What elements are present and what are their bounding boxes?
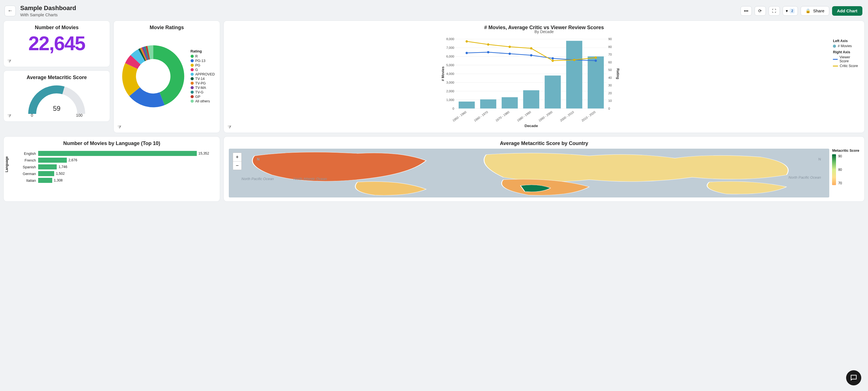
bar[interactable] (480, 99, 496, 108)
svg-text:7,000: 7,000 (446, 46, 454, 50)
legend-item[interactable]: TV-14 (191, 77, 215, 81)
data-point[interactable] (573, 59, 575, 61)
data-point[interactable] (552, 57, 554, 60)
legend-item[interactable]: G (191, 68, 215, 72)
legend-item[interactable]: PG-13 (191, 59, 215, 63)
header-right: ••• ⟳ ⛶ ▾ 2 🔒 Share Add Chart (741, 6, 862, 16)
hbar-card: Number of Movies by Language (Top 10) La… (3, 136, 220, 202)
data-point[interactable] (465, 52, 468, 54)
data-point[interactable] (530, 54, 532, 56)
swatch-icon (191, 55, 194, 58)
share-button[interactable]: 🔒 Share (801, 6, 829, 16)
legend-item[interactable]: TV-G (191, 90, 215, 94)
map-card: Average Metacritic Score by Country + − … (223, 136, 865, 202)
right-axis-header: Right Axis (833, 50, 859, 54)
data-point[interactable] (552, 60, 554, 62)
swatch-icon (191, 77, 194, 80)
data-point[interactable] (595, 60, 597, 62)
data-point[interactable] (487, 51, 489, 53)
funnel-icon: ▾ (786, 8, 788, 13)
more-button[interactable]: ••• (741, 6, 752, 16)
legend-item[interactable]: GP (191, 95, 215, 99)
svg-text:2000 - 2010: 2000 - 2010 (559, 110, 575, 122)
legend-item[interactable]: R (191, 55, 215, 58)
swatch-icon (191, 100, 194, 103)
hbar-label: Spanish (17, 165, 38, 169)
svg-text:40: 40 (608, 76, 612, 79)
legend-tick: 70 (838, 181, 842, 185)
svg-text:1,000: 1,000 (446, 98, 454, 101)
gauge-min: 0 (31, 113, 33, 118)
svg-text:1960 - 1970: 1960 - 1970 (473, 110, 489, 122)
zoom-out-button[interactable]: − (233, 161, 241, 170)
combo-card: # Movies, Average Critic vs Viewer Revie… (223, 21, 865, 133)
bar[interactable] (588, 56, 603, 108)
swatch-icon (191, 91, 194, 94)
expand-icon: ⛶ (772, 8, 776, 13)
funnel-icon[interactable]: ⧩ (228, 125, 231, 130)
donut-legend: Rating RPG-13PGGAPPROVEDTV-14TV-PGTV-MAT… (191, 49, 215, 104)
data-point[interactable] (487, 43, 489, 45)
svg-text:4,000: 4,000 (446, 72, 454, 75)
legend-tick: 90 (838, 154, 842, 158)
data-point[interactable] (595, 56, 597, 59)
legend-label: TV-MA (195, 86, 206, 90)
svg-text:0: 0 (608, 107, 610, 110)
legend-item[interactable]: PG (191, 63, 215, 67)
legend-item[interactable]: TV-MA (191, 86, 215, 90)
data-point[interactable] (465, 40, 468, 42)
refresh-button[interactable]: ⟳ (754, 6, 766, 16)
hbar-fill[interactable] (38, 171, 54, 176)
legend-viewer: Viewer Score (839, 55, 859, 63)
legend-item[interactable]: TV-PG (191, 82, 215, 85)
funnel-icon[interactable]: ⧩ (7, 59, 11, 64)
bar[interactable] (566, 41, 582, 108)
svg-text:0: 0 (453, 107, 454, 110)
legend-item[interactable]: All others (191, 99, 215, 103)
share-label: Share (813, 8, 824, 13)
map-legend: Metacritic Score 90 80 70 (832, 149, 859, 197)
bar[interactable] (459, 101, 475, 108)
combo-subtitle: By Decade (229, 29, 859, 34)
hbar-value: 1,308 (54, 178, 63, 182)
add-chart-button[interactable]: Add Chart (832, 6, 863, 16)
svg-text:60: 60 (608, 61, 612, 64)
data-point[interactable] (509, 46, 511, 48)
refresh-icon: ⟳ (758, 8, 762, 13)
hbar-fill[interactable] (38, 158, 67, 163)
legend-label: G (195, 68, 198, 72)
svg-text:5,000: 5,000 (446, 63, 454, 67)
legend-label: PG (195, 63, 200, 67)
legend-item[interactable]: APPROVED (191, 72, 215, 76)
svg-text:# Movies: # Movies (441, 66, 445, 81)
bar[interactable] (545, 75, 561, 108)
data-point[interactable] (530, 47, 532, 50)
svg-text:90: 90 (608, 37, 612, 41)
funnel-icon[interactable]: ⧩ (7, 113, 11, 119)
svg-text:50: 50 (608, 68, 612, 71)
funnel-icon[interactable]: ⧩ (118, 125, 121, 130)
hbar-fill[interactable] (38, 151, 197, 156)
world-map[interactable]: + − North Pacific Ocean North Atlantic O… (229, 149, 829, 197)
hbar-row: Italian 1,308 (17, 178, 209, 183)
hbar-fill[interactable] (38, 178, 52, 183)
filter-button[interactable]: ▾ 2 (783, 6, 798, 16)
fullscreen-button[interactable]: ⛶ (769, 6, 780, 16)
data-point[interactable] (509, 53, 511, 55)
lock-icon: 🔒 (805, 8, 811, 13)
svg-text:10: 10 (608, 99, 612, 102)
bar[interactable] (523, 90, 539, 108)
swatch-icon (191, 95, 194, 98)
gauge-chart: 59 0 100 (26, 83, 88, 118)
svg-text:80: 80 (608, 45, 612, 48)
legend-tick: 80 (838, 168, 842, 172)
hbar-fill[interactable] (38, 164, 57, 169)
bar[interactable] (502, 97, 518, 108)
swatch-icon (191, 59, 194, 62)
legend-label: All others (195, 99, 210, 103)
back-button[interactable]: ← (4, 6, 16, 16)
donut-card: Movie Ratings Rating RPG-13PGGAPPROVEDTV… (114, 21, 220, 133)
swatch-icon (191, 86, 194, 89)
zoom-in-button[interactable]: + (233, 153, 241, 161)
svg-text:8,000: 8,000 (446, 37, 454, 41)
